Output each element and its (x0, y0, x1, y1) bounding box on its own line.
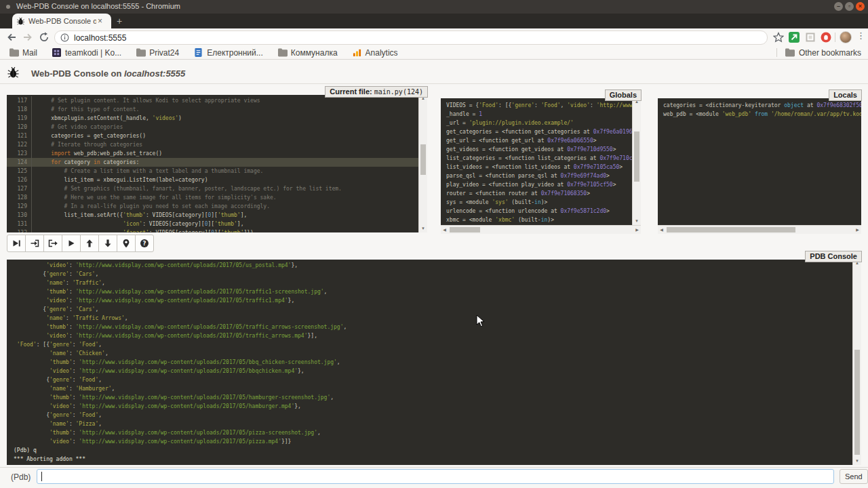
window-title: Web-PDB Console on localhost:5555 - Chro… (16, 2, 180, 10)
scroll-down-arrow[interactable]: ▼ (853, 458, 861, 465)
scroll-left-arrow[interactable]: ◀ (441, 226, 448, 234)
send-button[interactable]: Send (840, 469, 868, 484)
code-text: # Create a list item with a text label a… (32, 167, 263, 176)
code-text: # for this type of content. (32, 105, 139, 114)
current-file-name: main.py(124) (374, 88, 423, 96)
variable-line: web_pdb = <module 'web_pdb' from '/home/… (663, 110, 861, 119)
console-line: (Pdb) q (14, 446, 852, 455)
code-line: 131 'icon': VIDEOS[category][0]['thumb']… (7, 220, 418, 228)
variable-line: get_categories = <function get_categorie… (446, 127, 632, 136)
analytics-favicon-icon (353, 48, 362, 57)
scroll-thumb[interactable] (634, 131, 639, 182)
where-button[interactable] (117, 235, 136, 252)
console-line: 'video': 'http://www.vidsplay.com/wp-con… (14, 402, 852, 411)
close-window-button[interactable]: × (856, 2, 865, 11)
globals-listing: VIDEOS = {'Food': [{'genre': 'Food', 'vi… (441, 101, 632, 225)
globals-horizontal-scrollbar[interactable]: ◀ ▶ (441, 225, 641, 234)
browser-menu-icon[interactable]: ⋮ (856, 30, 865, 41)
code-text: list_item.setArt({'thumb': VIDEOS[catego… (32, 211, 247, 220)
tab-title: Web-PDB Console on loca (28, 17, 96, 25)
bookmark-item[interactable]: Коммуналка (278, 48, 338, 58)
next-button[interactable] (7, 235, 26, 252)
scroll-right-arrow[interactable]: ▶ (633, 226, 641, 234)
bookmark-item[interactable]: Analytics (353, 48, 398, 58)
code-line: 126 list_item = xbmcgui.ListItem(label=c… (7, 176, 418, 184)
reload-icon[interactable] (39, 32, 50, 43)
other-bookmarks[interactable]: Other bookmarks (776, 46, 861, 59)
scroll-thumb[interactable] (667, 227, 795, 232)
doc-favicon-icon (194, 48, 203, 57)
code-listing: 117 # Set plugin content. It allows Kodi… (7, 96, 418, 232)
code-vertical-scrollbar[interactable]: ▲ ▼ (418, 95, 427, 232)
globals-vertical-scrollbar[interactable]: ▲ ▼ (632, 98, 641, 225)
bookmark-label: Mail (22, 48, 37, 58)
forward-icon[interactable] (22, 32, 33, 43)
browser-tab[interactable]: Web-PDB Console on loca × (12, 14, 111, 28)
down-button[interactable] (98, 235, 117, 252)
extension-frame-icon[interactable] (805, 32, 816, 43)
extension-green-icon[interactable] (789, 32, 800, 43)
up-button[interactable] (80, 235, 99, 252)
browser-toolbar: localhost:5555 ⋮ (0, 28, 868, 46)
line-number: 117 (7, 96, 32, 105)
maximize-button[interactable]: ▫ (845, 2, 854, 11)
variable-line: play_video = <function play_video at 0x7… (446, 180, 632, 189)
folder-icon (136, 48, 146, 57)
extension-red-icon[interactable] (821, 32, 831, 43)
code-text: list_item = xbmcgui.ListItem(label=categ… (32, 176, 208, 184)
help-button[interactable]: ? (135, 235, 154, 252)
minimize-button[interactable]: – (834, 2, 843, 11)
scroll-thumb[interactable] (450, 227, 480, 232)
console-line: 'video': 'http://www.vidsplay.com/wp-con… (14, 261, 852, 270)
code-text: 'icon': VIDEOS[category][0]['thumb'], (32, 220, 243, 228)
step-button[interactable] (25, 235, 44, 252)
page-title-host: localhost:5555 (124, 68, 185, 79)
console-line: 'name': 'Traffic', (14, 279, 852, 287)
tab-close-icon[interactable]: × (98, 17, 102, 25)
scroll-right-arrow[interactable]: ▶ (854, 226, 861, 234)
line-number: 128 (7, 193, 32, 202)
line-number: 131 (7, 220, 32, 228)
console-line: 'video': 'http://www.vidsplay.com/wp-con… (14, 296, 852, 305)
locals-horizontal-scrollbar[interactable]: ◀ ▶ (658, 225, 861, 234)
bookmark-item[interactable]: Privat24 (136, 48, 179, 58)
variable-line: get_videos = <function get_videos at 0x7… (446, 145, 632, 154)
console-line: 'thumb': 'http://www.vidsplay.com/wp-con… (14, 393, 852, 402)
return-button[interactable] (43, 235, 62, 252)
scroll-down-arrow[interactable]: ▼ (633, 218, 641, 225)
scroll-down-arrow[interactable]: ▼ (419, 225, 427, 232)
back-icon[interactable] (6, 32, 17, 43)
console-line: 'name': 'Hamburger', (14, 384, 852, 393)
bookmark-item[interactable]: teamkodi | Ko... (52, 48, 121, 58)
variable-line: router = <function router at 0x7f9e71068… (446, 189, 632, 198)
console-line: 'video': 'http://www.vidsplay.com/wp-con… (14, 367, 852, 375)
code-text: # Get video categories (32, 123, 123, 131)
code-text: # Set graphics (thumbnail, fanart, banne… (32, 184, 342, 193)
folder-icon (9, 48, 19, 57)
bookmark-label: teamkodi | Ko... (65, 48, 121, 58)
scroll-thumb[interactable] (854, 350, 860, 455)
line-number: 121 (7, 131, 32, 140)
code-text: categories = get_categories() (32, 131, 146, 140)
variable-line: sys = <module 'sys' (built-in)> (446, 198, 632, 207)
site-info-icon[interactable] (60, 33, 69, 42)
pdb-command-input[interactable] (37, 469, 834, 484)
variable-line: categories = <dictionary-keyiterator obj… (663, 101, 861, 110)
pdb-console-caption: PDB Console (805, 251, 862, 262)
line-number: 132 (7, 228, 32, 232)
bookmark-item[interactable]: Mail (9, 48, 37, 58)
scroll-thumb[interactable] (420, 144, 426, 175)
bookmark-label: Коммуналка (291, 48, 338, 58)
scroll-left-arrow[interactable]: ◀ (658, 226, 665, 234)
new-tab-button[interactable]: + (117, 15, 122, 27)
code-text: 'fanart': VIDEOS[category][0]['thumb']}) (32, 228, 254, 232)
url-text[interactable]: localhost:5555 (74, 33, 126, 43)
profile-avatar[interactable] (840, 31, 852, 43)
console-line: 'name': 'Chicken', (14, 349, 852, 358)
continue-button[interactable] (62, 235, 81, 252)
toolbar-separator (835, 33, 835, 42)
bookmark-star-icon[interactable] (773, 32, 784, 43)
bookmark-item[interactable]: Електронний... (194, 48, 263, 58)
console-vertical-scrollbar[interactable]: ▲ ▼ (852, 260, 861, 465)
address-bar[interactable]: localhost:5555 (54, 30, 768, 45)
